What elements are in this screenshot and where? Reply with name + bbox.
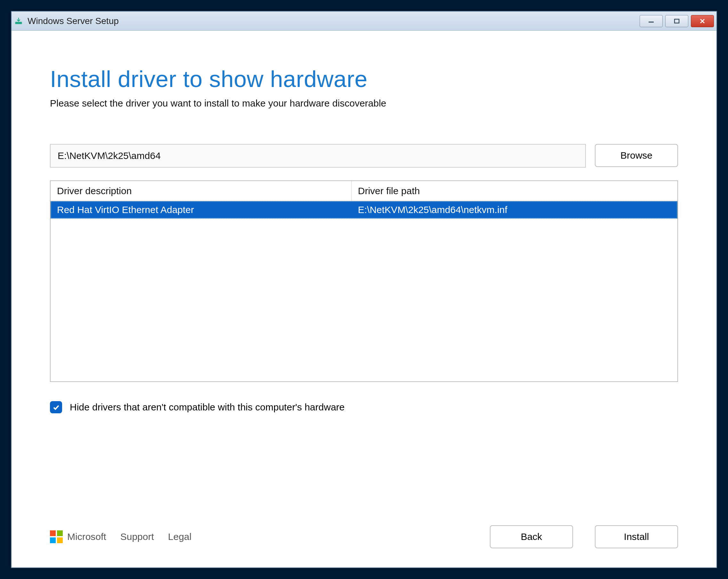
window-buttons: [640, 15, 714, 27]
hide-incompatible-row[interactable]: Hide drivers that aren't compatible with…: [50, 401, 678, 413]
browse-button[interactable]: Browse: [595, 144, 678, 167]
driver-list-body: Red Hat VirtIO Ethernet Adapter E:\NetKV…: [51, 201, 677, 381]
legal-link[interactable]: Legal: [168, 531, 191, 542]
hide-incompatible-checkbox[interactable]: [50, 401, 62, 413]
footer: Microsoft Support Legal Back Install: [50, 513, 678, 548]
driver-path-input[interactable]: E:\NetKVM\2k25\amd64: [50, 144, 586, 168]
close-button[interactable]: [691, 15, 714, 27]
content-area: Install driver to show hardware Please s…: [11, 31, 717, 568]
back-button[interactable]: Back: [490, 525, 573, 548]
install-button[interactable]: Install: [595, 525, 678, 548]
app-icon: [14, 17, 23, 26]
driver-list[interactable]: Driver description Driver file path Red …: [50, 181, 678, 382]
column-header-description[interactable]: Driver description: [51, 181, 352, 201]
driver-list-header: Driver description Driver file path: [51, 181, 677, 201]
path-row: E:\NetKVM\2k25\amd64 Browse: [50, 144, 678, 168]
hide-incompatible-label: Hide drivers that aren't compatible with…: [70, 402, 345, 413]
svg-rect-0: [16, 22, 22, 24]
driver-row[interactable]: Red Hat VirtIO Ethernet Adapter E:\NetKV…: [51, 201, 677, 219]
titlebar: Windows Server Setup: [11, 11, 717, 31]
maximize-button[interactable]: [665, 15, 688, 27]
window-title: Windows Server Setup: [28, 16, 640, 26]
driver-description: Red Hat VirtIO Ethernet Adapter: [51, 203, 352, 217]
support-link[interactable]: Support: [120, 531, 154, 542]
microsoft-logo-icon: [50, 530, 63, 543]
driver-file-path: E:\NetKVM\2k25\amd64\netkvm.inf: [352, 203, 677, 217]
page-heading: Install driver to show hardware: [50, 66, 678, 92]
column-header-file-path[interactable]: Driver file path: [352, 181, 677, 201]
microsoft-logo-text: Microsoft: [67, 531, 106, 542]
setup-window: Windows Server Setup Install driver to s…: [11, 11, 717, 568]
page-subheading: Please select the driver you want to ins…: [50, 98, 678, 109]
microsoft-logo: Microsoft: [50, 530, 106, 543]
svg-rect-2: [675, 19, 679, 23]
minimize-button[interactable]: [640, 15, 663, 27]
